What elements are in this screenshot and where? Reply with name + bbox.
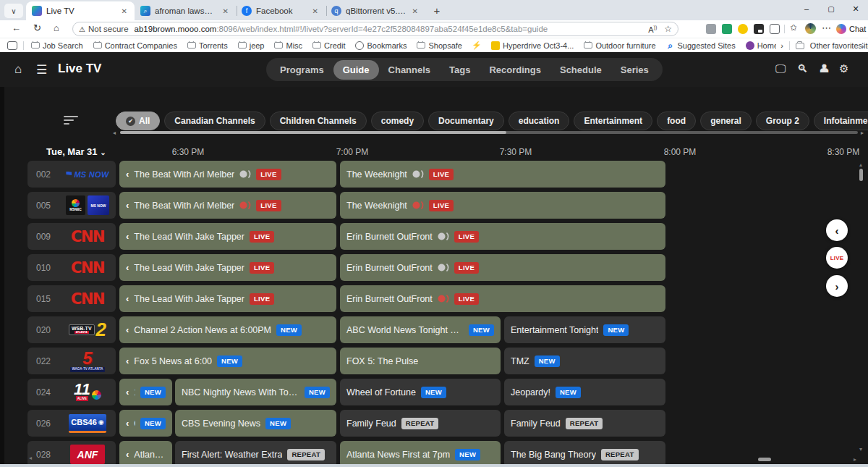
bookmark-item[interactable]: ⚡ bbox=[472, 41, 481, 50]
program-cell[interactable]: ‹11...NEW bbox=[119, 379, 172, 405]
filter-chip-infotainment[interactable]: Infotainment bbox=[814, 112, 868, 130]
browser-essentials-icon[interactable] bbox=[770, 24, 780, 34]
program-cell[interactable]: ‹The Lead With Jake TapperLIVE bbox=[119, 285, 336, 312]
tab-guide[interactable]: Guide bbox=[333, 60, 379, 80]
vscroll-down-icon[interactable]: ▾ bbox=[859, 446, 862, 453]
browser-tab-2[interactable]: ⌕afroman lawsuit - Search✕ bbox=[135, 1, 236, 20]
bookmark-item[interactable]: Torrents bbox=[187, 41, 228, 50]
bookmark-item[interactable]: Job Search bbox=[31, 41, 83, 50]
program-cell[interactable]: Jeopardy!NEW bbox=[504, 379, 665, 405]
tab-tags[interactable]: Tags bbox=[440, 60, 480, 80]
tab-schedule[interactable]: Schedule bbox=[550, 60, 611, 80]
tab-search-button[interactable]: ∨ bbox=[4, 4, 23, 18]
minimize-button[interactable]: – bbox=[794, 0, 819, 17]
program-cell[interactable]: ‹Fox 5 News at 6:00NEW bbox=[119, 348, 336, 374]
tab-close-icon[interactable]: ✕ bbox=[311, 7, 320, 15]
hscroll-left-icon[interactable]: ◂ bbox=[29, 455, 32, 461]
vscroll-up-icon[interactable]: ▴ bbox=[859, 161, 862, 168]
program-cell[interactable]: Family FeudREPEAT bbox=[340, 410, 501, 437]
copilot-chat-button[interactable]: Chat bbox=[836, 22, 866, 35]
refresh-icon[interactable]: ↻ bbox=[33, 22, 41, 33]
tab-programs[interactable]: Programs bbox=[271, 60, 333, 80]
bookmark-item[interactable]: Bookmarks bbox=[355, 41, 407, 50]
program-cell[interactable]: Erin Burnett OutFrontLIVE bbox=[340, 254, 665, 281]
program-cell[interactable]: Wheel of FortuneNEW bbox=[340, 379, 501, 405]
program-cell[interactable]: First Alert: Weather ExtraREPEAT bbox=[175, 441, 336, 467]
bookmark-item[interactable]: ⌕Suggested Sites bbox=[666, 41, 736, 50]
new-tab-button[interactable]: + bbox=[428, 1, 446, 19]
program-cell[interactable]: Entertainment TonightNEW bbox=[504, 316, 665, 343]
program-cell[interactable]: ‹Atlanta N... bbox=[119, 441, 172, 467]
bookmark-item[interactable]: Outdoor furniture bbox=[584, 41, 655, 50]
program-cell[interactable]: Atlanta News First at 7pmNEW bbox=[340, 441, 501, 467]
sidebar-icon[interactable] bbox=[7, 41, 17, 50]
tab-channels[interactable]: Channels bbox=[379, 60, 441, 80]
favorites-hub-icon[interactable]: ✩ bbox=[790, 22, 797, 33]
channel-tile[interactable]: 009CNN bbox=[27, 223, 116, 250]
channel-tile[interactable]: 02411ALIVE bbox=[27, 379, 116, 405]
filter-chip-comedy[interactable]: comedy bbox=[371, 112, 424, 130]
menu-icon[interactable]: ☰ bbox=[36, 62, 47, 77]
home-icon[interactable]: ⌂ bbox=[14, 62, 22, 77]
maximize-button[interactable]: ▢ bbox=[819, 0, 843, 17]
bookmark-item[interactable]: Credit bbox=[312, 41, 345, 50]
chips-scroll-right-icon[interactable]: ▸ bbox=[861, 130, 864, 136]
program-cell[interactable]: Erin Burnett OutFrontLIVE bbox=[340, 223, 665, 250]
horizontal-scrollbar-thumb[interactable] bbox=[758, 458, 771, 461]
filter-chip-group-2[interactable]: Group 2 bbox=[756, 112, 809, 130]
bookmarks-overflow-chevron[interactable]: › bbox=[780, 41, 783, 50]
jump-to-live-button[interactable]: LIVE bbox=[826, 247, 848, 269]
program-cell[interactable]: ‹The Beat With Ari MelberLIVE bbox=[119, 161, 336, 188]
filter-chip-all[interactable]: ✔All bbox=[116, 112, 160, 130]
settings-icon[interactable]: ⚙︎ bbox=[839, 62, 848, 75]
program-cell[interactable]: ‹Channel 2 Action News at 6:00PMNEW bbox=[119, 316, 336, 343]
tab-series[interactable]: Series bbox=[611, 60, 658, 80]
filter-chip-food[interactable]: food bbox=[657, 112, 696, 130]
program-cell[interactable]: The WeeknightLIVE bbox=[340, 161, 665, 188]
other-favorites[interactable]: Other favorites bbox=[810, 41, 862, 50]
close-button[interactable]: ✕ bbox=[843, 0, 868, 17]
channel-tile[interactable]: 005MSNBCMS NOW bbox=[27, 192, 116, 219]
back-icon[interactable]: ← bbox=[12, 22, 21, 33]
url-field[interactable]: ⚠ Not secure ab19brown.mooo.com :8096/we… bbox=[72, 22, 678, 36]
program-cell[interactable]: CBS Evening NewsNEW bbox=[175, 410, 336, 437]
hscroll-right-icon[interactable]: ▸ bbox=[854, 456, 856, 463]
channel-tile[interactable]: 015CNN bbox=[27, 285, 116, 312]
picture-in-picture-icon[interactable] bbox=[754, 24, 764, 34]
extension-icon-gray[interactable] bbox=[706, 24, 716, 34]
program-cell[interactable]: The WeeknightLIVE bbox=[340, 192, 665, 219]
extension-icon-yellow[interactable] bbox=[738, 24, 748, 34]
program-cell[interactable]: NBC Nightly News With Tom LlamasNEW bbox=[175, 379, 336, 405]
tab-close-icon[interactable]: ✕ bbox=[221, 7, 230, 15]
program-cell[interactable]: ‹C...NEW bbox=[119, 410, 172, 437]
chips-scroll-left-icon[interactable]: ◂ bbox=[113, 130, 116, 136]
favorite-star-icon[interactable]: ☆ bbox=[664, 24, 672, 34]
program-cell[interactable]: ‹The Lead With Jake TapperLIVE bbox=[119, 223, 336, 250]
tab-recordings[interactable]: Recordings bbox=[480, 60, 550, 80]
program-cell[interactable]: The Big Bang TheoryREPEAT bbox=[504, 441, 665, 467]
program-cell[interactable]: ABC World News Tonight With David M...NE… bbox=[340, 316, 501, 343]
bookmark-item[interactable]: Hyperdrive Oct3-4... bbox=[491, 41, 574, 50]
read-aloud-icon[interactable]: A)) bbox=[648, 25, 657, 34]
bookmark-item[interactable]: Shopsafe bbox=[417, 41, 461, 50]
user-icon[interactable]: 👤︎ bbox=[819, 62, 830, 75]
filter-chip-education[interactable]: education bbox=[509, 112, 570, 130]
channel-tile[interactable]: 026CBS46◉ bbox=[27, 410, 116, 437]
vertical-scrollbar-thumb[interactable] bbox=[859, 169, 863, 181]
filter-chip-children-channels[interactable]: Children Channels bbox=[270, 112, 367, 130]
program-cell[interactable]: ‹The Beat With Ari MelberLIVE bbox=[119, 192, 336, 219]
program-cell[interactable]: FOX 5: The Pulse bbox=[340, 348, 501, 374]
browser-tab-4[interactable]: qqBittorrent v5.1.0 WebUI✕ bbox=[326, 1, 425, 20]
date-selector[interactable]: Tue, Mar 31 ⌄ bbox=[46, 146, 106, 157]
channel-tile[interactable]: 028ANF bbox=[27, 441, 116, 467]
more-menu-icon[interactable]: ⋯ bbox=[822, 22, 831, 33]
search-icon[interactable]: 🔍︎ bbox=[797, 62, 808, 75]
channel-tile[interactable]: 010CNN bbox=[27, 254, 116, 281]
bookmark-item[interactable]: Misc bbox=[274, 41, 302, 50]
filter-chip-entertainment[interactable]: Entertainment bbox=[574, 112, 652, 130]
guide-page-right-button[interactable]: › bbox=[826, 275, 848, 297]
channel-tile[interactable]: 002MS NOW bbox=[27, 161, 116, 188]
tab-close-icon[interactable]: ✕ bbox=[120, 7, 129, 15]
browser-tab-1[interactable]: Live TV✕ bbox=[26, 1, 135, 20]
tab-close-icon[interactable]: ✕ bbox=[411, 7, 420, 15]
